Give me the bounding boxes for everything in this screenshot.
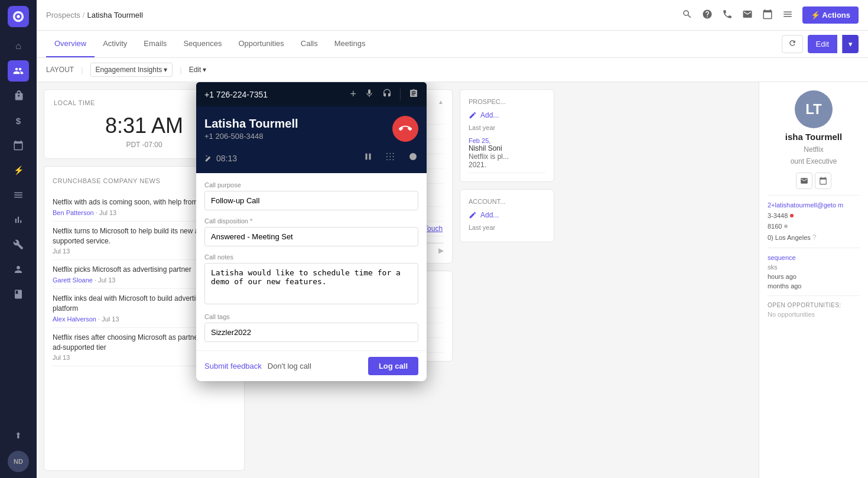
layout-sep: |: [81, 66, 83, 74]
sidebar-item-home[interactable]: ⌂: [8, 35, 29, 57]
tab-opportunities[interactable]: Opportunities: [230, 31, 292, 57]
call-contact-phone: +1 206-508-3448: [204, 132, 298, 141]
prospect-panel: Prospec... Add... Last year Feb 25, Nish…: [460, 89, 554, 471]
layout-button[interactable]: LAYOUT: [46, 66, 74, 74]
open-opps-title: OPEN OPPORTUNITIES:: [768, 302, 860, 308]
call-header-icons: +: [350, 88, 418, 100]
mic-icon[interactable]: [365, 89, 374, 100]
end-call-button[interactable]: [392, 116, 418, 142]
svg-point-3: [409, 153, 417, 160]
sidebar-item-tools[interactable]: [8, 234, 29, 255]
sidebar-item-book[interactable]: [8, 284, 29, 305]
sidebar-item-person[interactable]: [8, 259, 29, 280]
call-footer: Submit feedback Don't log call Log call: [196, 350, 427, 381]
content-area: Local Time 8:31 AM PDT -07:00 Crunchbase…: [37, 82, 868, 478]
app-logo[interactable]: [8, 6, 29, 27]
hold-icon[interactable]: [363, 151, 373, 165]
contact-action-2[interactable]: [815, 173, 831, 189]
breadcrumb-parent[interactable]: Prospects: [46, 11, 80, 19]
dont-log-button[interactable]: Don't log call: [268, 362, 311, 370]
call-purpose-label: Call purpose: [204, 181, 418, 188]
edit-arrow-button[interactable]: ▾: [842, 35, 859, 53]
right-divider: [768, 195, 860, 196]
tab-calls[interactable]: Calls: [292, 31, 326, 57]
contact-location: 0) Los Angeles ?: [768, 233, 860, 242]
location-help[interactable]: ?: [812, 233, 817, 242]
contact-sequence-info: sequence sks hours ago months ago: [768, 254, 860, 290]
topbar: Prospects / Latisha Tourmell ⚡: [37, 0, 868, 31]
tab-emails[interactable]: Emails: [135, 31, 175, 57]
activity-item-1: Feb 25, Nishil Soni Netflix is pl... 202…: [469, 134, 545, 173]
right-divider2: [768, 248, 860, 248]
call-overlay: +1 726-224-7351 +: [196, 82, 427, 381]
activity-desc2: 2021.: [469, 161, 545, 169]
layout-bar: LAYOUT | Engagement Insights ▾ | Edit ▾: [37, 58, 868, 82]
tab-activity[interactable]: Activity: [95, 31, 135, 57]
calendar-icon[interactable]: [762, 9, 773, 22]
call-notes-field: Call notes Latisha would like to schedul…: [204, 253, 418, 306]
menu-icon[interactable]: [782, 9, 793, 22]
call-form: Call purpose Follow-up Call Initial Call…: [196, 173, 427, 350]
sidebar-item-upload[interactable]: ⬆: [8, 425, 29, 446]
header-sep: [400, 89, 401, 100]
tasks-label: sks: [768, 264, 860, 271]
sidebar-item-dollar[interactable]: $: [8, 110, 29, 131]
fields-scroll-up[interactable]: ▲: [438, 99, 444, 105]
tab-sequences[interactable]: Sequences: [175, 31, 230, 57]
scroll-right-arrow[interactable]: ▶: [438, 246, 444, 255]
phone2-status-dot: [784, 225, 788, 228]
right-divider3: [768, 295, 860, 296]
edit-label: Edit: [189, 66, 201, 74]
tab-meetings[interactable]: Meetings: [326, 31, 374, 57]
user-avatar[interactable]: ND: [8, 451, 29, 472]
svg-point-2: [17, 15, 20, 18]
no-opps-label: No opportunities: [768, 311, 860, 318]
insights-chevron: ▾: [164, 66, 167, 74]
call-tags-input[interactable]: Sizzler2022: [204, 323, 418, 342]
keypad-icon[interactable]: [385, 151, 396, 165]
tab-overview[interactable]: Overview: [46, 31, 95, 57]
location-text: 0) Los Angeles: [768, 234, 811, 241]
add-call-icon[interactable]: +: [350, 88, 356, 100]
call-disposition-select[interactable]: Answered - Meeting Set Left Voicemail No…: [204, 227, 418, 246]
record-icon[interactable]: [408, 151, 418, 165]
sequence-link[interactable]: sequence: [768, 254, 860, 261]
hours-ago: hours ago: [768, 273, 860, 280]
actions-button[interactable]: ⚡ Actions: [802, 6, 859, 24]
mail-icon[interactable]: [742, 9, 753, 22]
headset-icon[interactable]: [382, 89, 392, 100]
sidebar-item-lines[interactable]: [8, 184, 29, 206]
sidebar-item-briefcase[interactable]: [8, 85, 29, 106]
call-notes-textarea[interactable]: Latisha would like to schedule time for …: [204, 263, 418, 304]
prospect-activity-card: Prospec... Add... Last year Feb 25, Nish…: [460, 89, 554, 182]
sidebar-item-calendar[interactable]: [8, 135, 29, 156]
sidebar-item-people[interactable]: [8, 60, 29, 82]
prospect-panel-title: Prospec...: [469, 98, 545, 105]
add-prospect-button[interactable]: Add...: [469, 111, 545, 119]
help-icon[interactable]: [702, 9, 713, 22]
news-title: Crunchbase Company News: [53, 177, 160, 184]
clipboard-icon[interactable]: [409, 89, 418, 100]
edit-button[interactable]: Edit: [808, 35, 837, 53]
contact-phone2: 8160: [768, 223, 782, 230]
search-icon[interactable]: [682, 9, 693, 22]
contact-company: Netflix: [804, 145, 823, 154]
submit-feedback-button[interactable]: Submit feedback: [204, 362, 262, 370]
phone-status-dot: [790, 214, 794, 217]
last-year-label: Last year: [469, 124, 545, 131]
engagement-insights-button[interactable]: Engagement Insights ▾: [90, 63, 173, 77]
last-year-label2: Last year: [469, 224, 545, 231]
breadcrumb-sep: /: [83, 11, 85, 19]
sidebar-item-lightning[interactable]: ⚡: [8, 160, 29, 181]
add-account-button[interactable]: Add...: [469, 211, 545, 219]
contact-action-1[interactable]: [796, 173, 812, 189]
topbar-icons: [682, 9, 793, 22]
refresh-button[interactable]: [782, 35, 803, 53]
phone-icon[interactable]: [722, 9, 733, 22]
sidebar-item-chart[interactable]: [8, 209, 29, 230]
log-call-button[interactable]: Log call: [368, 357, 418, 375]
layout-edit-button[interactable]: Edit ▾: [189, 66, 207, 74]
call-purpose-select[interactable]: Follow-up Call Initial Call Demo Check-i…: [204, 191, 418, 210]
call-contact-info: Latisha Tourmell +1 206-508-3448: [204, 117, 298, 141]
timer-display: 08:13: [216, 154, 237, 163]
